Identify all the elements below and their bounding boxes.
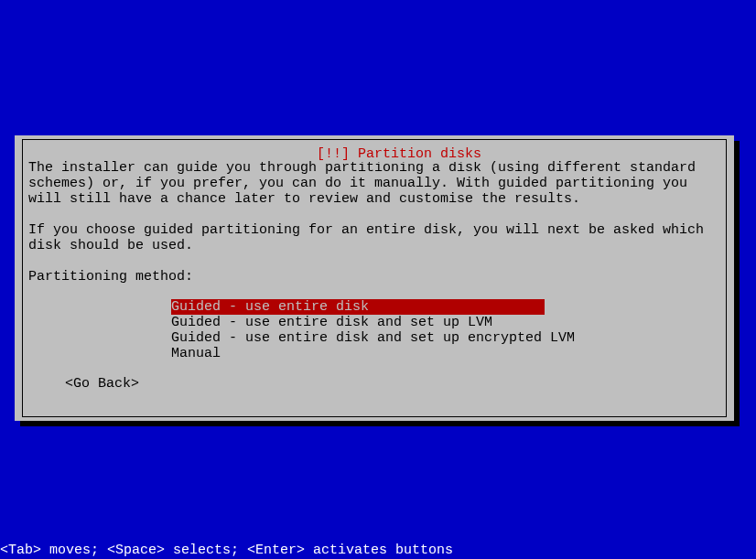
option-guided-encrypted-lvm[interactable]: Guided - use entire disk and set up encr… [171,330,545,346]
dialog-title-wrap: [!!] Partition disks [23,131,726,177]
dialog-prompt: Partitioning method: [28,269,720,285]
dialog-paragraph-2: If you choose guided partitioning for an… [28,222,720,253]
go-back-button[interactable]: <Go Back> [65,376,139,392]
spacer [28,253,720,269]
partition-method-options: Guided - use entire disk Guided - use en… [171,299,720,361]
dialog-border: [!!] Partition disks The installer can g… [22,139,727,417]
go-back-row: <Go Back> [65,376,720,392]
spacer [28,207,720,222]
help-line: <Tab> moves; <Space> selects; <Enter> ac… [0,543,453,559]
option-guided-entire-disk[interactable]: Guided - use entire disk [171,299,545,315]
option-guided-lvm[interactable]: Guided - use entire disk and set up LVM [171,315,545,330]
dialog-content: The installer can guide you through part… [23,140,726,397]
partition-dialog: [!!] Partition disks The installer can g… [15,135,734,421]
option-manual[interactable]: Manual [171,346,545,361]
dialog-title: [!!] Partition disks [313,146,485,162]
